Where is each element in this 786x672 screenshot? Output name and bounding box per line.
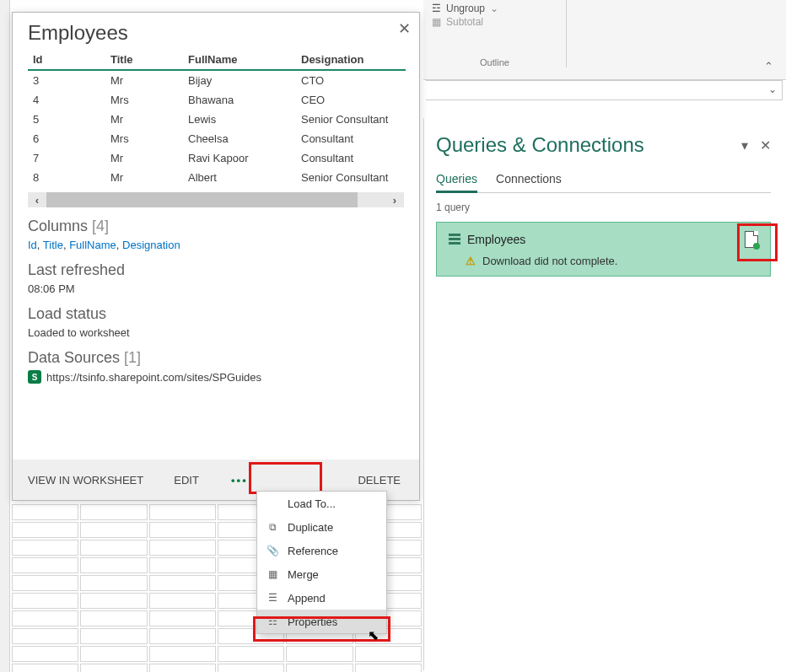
chevron-down-icon: ⌄ — [490, 3, 498, 14]
ribbon-ungroup-label: Ungroup — [446, 3, 485, 14]
preview-scrollbar[interactable]: ‹ › — [28, 192, 404, 207]
cell: 7 — [28, 148, 105, 168]
reference-icon: 📎 — [266, 544, 279, 557]
columns-list: Id, Title, FullName, Designation — [28, 239, 404, 251]
cell: Mrs — [105, 129, 183, 148]
formula-bar[interactable]: ⌄ — [426, 80, 783, 100]
pane-tabs: Queries Connections — [436, 167, 771, 193]
blank-icon — [266, 497, 279, 510]
table-row: 5MrLewisSenior Consultant — [28, 110, 406, 129]
cell: Bhawana — [183, 90, 296, 110]
tab-connections[interactable]: Connections — [496, 167, 562, 192]
menu-duplicate[interactable]: ⧉ Duplicate — [257, 515, 386, 539]
view-in-worksheet-button[interactable]: VIEW IN WORKSHEET — [13, 460, 159, 500]
col-link-id[interactable]: Id — [28, 239, 37, 251]
cell: Cheelsa — [183, 129, 296, 148]
append-icon: ☰ — [266, 591, 279, 605]
cell: Consultant — [296, 129, 406, 148]
svg-rect-2 — [449, 242, 460, 245]
cell: Mr — [105, 110, 183, 129]
col-fullname: FullName — [183, 50, 296, 70]
pane-close-icon[interactable]: ✕ — [760, 137, 771, 153]
ribbon-subtotal-label: Subtotal — [446, 16, 483, 28]
ribbon-group-caption: Outline — [423, 57, 566, 67]
source-url: https://tsinfo.sharepoint.com/sites/SPGu… — [46, 371, 261, 384]
ribbon-subtotal[interactable]: ▦ Subtotal — [428, 15, 561, 29]
context-menu: Load To... ⧉ Duplicate 📎 Reference ▦ Mer… — [256, 491, 387, 634]
source-line: S https://tsinfo.sharepoint.com/sites/SP… — [28, 370, 404, 384]
query-preview-flyout: ✕ Employees Id Title FullName Designatio… — [12, 12, 420, 501]
query-count: 1 query — [436, 202, 771, 213]
menu-append[interactable]: ☰ Append — [257, 586, 386, 610]
svg-rect-0 — [449, 234, 460, 236]
queries-connections-pane: Queries & Connections ▾ ✕ Queries Connec… — [423, 118, 783, 670]
ribbon-area: ☲ Ungroup ⌄ ▦ Subtotal Outline ⌃ — [423, 0, 786, 80]
load-value: Loaded to worksheet — [28, 326, 404, 339]
duplicate-icon: ⧉ — [266, 520, 279, 534]
load-heading: Load status — [28, 305, 404, 323]
ribbon-ungroup[interactable]: ☲ Ungroup ⌄ — [428, 2, 561, 15]
cell: 5 — [28, 110, 105, 129]
refreshed-value: 08:06 PM — [28, 282, 404, 295]
cell: 4 — [28, 90, 105, 110]
edit-button[interactable]: EDIT — [159, 460, 214, 500]
table-icon — [449, 234, 460, 245]
cell: Bijay — [183, 70, 296, 90]
warning-text: Download did not complete. — [482, 255, 617, 267]
cell: 8 — [28, 168, 105, 187]
cell: Ravi Kapoor — [183, 148, 296, 168]
ungroup-icon: ☲ — [432, 3, 441, 14]
query-name: Employees — [467, 233, 525, 246]
table-row: 4MrsBhawanaCEO — [28, 90, 406, 110]
cell: CTO — [296, 70, 406, 90]
close-icon[interactable]: ✕ — [398, 19, 411, 38]
pane-title-row: Queries & Connections ▾ ✕ — [436, 133, 771, 157]
table-row: 6MrsCheelsaConsultant — [28, 129, 406, 148]
refreshed-heading: Last refreshed — [28, 261, 404, 279]
cell: Senior Consultant — [296, 168, 406, 187]
formula-bar-expand-icon[interactable]: ⌄ — [768, 83, 777, 95]
menu-merge[interactable]: ▦ Merge — [257, 562, 386, 586]
tab-queries[interactable]: Queries — [436, 167, 477, 193]
scroll-right-icon[interactable]: › — [385, 192, 404, 207]
merge-icon: ▦ — [266, 567, 279, 581]
col-link-title[interactable]: Title — [43, 239, 63, 251]
cell: Mr — [105, 70, 183, 90]
col-link-designation[interactable]: Designation — [122, 239, 180, 251]
scroll-left-icon[interactable]: ‹ — [28, 192, 46, 207]
subtotal-icon: ▦ — [432, 16, 441, 28]
svg-rect-1 — [449, 238, 460, 240]
sharepoint-icon: S — [28, 370, 41, 384]
cell: 6 — [28, 129, 105, 148]
pane-options-icon[interactable]: ▾ — [741, 137, 748, 153]
ribbon-group-outline: ☲ Ungroup ⌄ ▦ Subtotal Outline — [423, 0, 567, 67]
cell: Consultant — [296, 148, 406, 168]
cell: Mr — [105, 168, 183, 187]
annotation-box — [249, 462, 322, 494]
annotation-box — [737, 223, 778, 261]
preview-table: Id Title FullName Designation 3MrBijayCT… — [28, 50, 406, 187]
cell: Lewis — [183, 110, 296, 129]
col-link-fullname[interactable]: FullName — [69, 239, 116, 251]
col-id: Id — [28, 50, 105, 70]
flyout-title: Employees — [13, 13, 419, 50]
cell: Mr — [105, 148, 183, 168]
scroll-thumb[interactable] — [46, 192, 358, 207]
cell: 3 — [28, 70, 105, 90]
table-row: 8MrAlbertSenior Consultant — [28, 168, 406, 187]
warning-icon: ⚠ — [466, 255, 476, 267]
cell: Senior Consultant — [296, 110, 406, 129]
mouse-cursor-icon: ⬉ — [368, 627, 379, 643]
sources-heading: Data Sources [1] — [28, 349, 404, 367]
col-title: Title — [105, 50, 183, 70]
query-item[interactable]: Employees ⚠ Download did not complete. — [436, 222, 771, 277]
cell: Mrs — [105, 90, 183, 110]
cell: CEO — [296, 90, 406, 110]
table-row: 7MrRavi KapoorConsultant — [28, 148, 406, 168]
ribbon-collapse-chevron-icon[interactable]: ⌃ — [764, 60, 773, 73]
cell: Albert — [183, 168, 296, 187]
pane-title: Queries & Connections — [436, 133, 644, 157]
col-designation: Designation — [296, 50, 406, 70]
menu-load-to[interactable]: Load To... — [257, 492, 386, 515]
menu-reference[interactable]: 📎 Reference — [257, 539, 386, 562]
